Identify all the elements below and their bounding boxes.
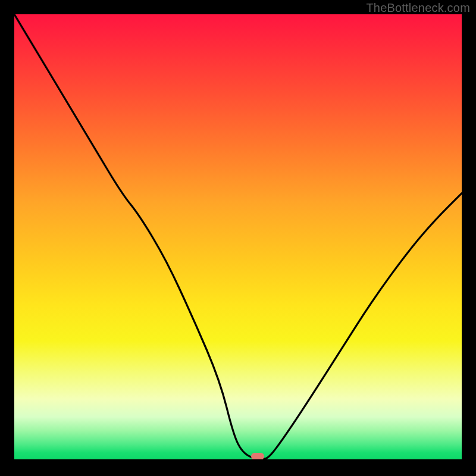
plot-baseline <box>14 459 462 462</box>
curve-path <box>14 14 462 459</box>
gradient-plot-area <box>14 14 462 462</box>
watermark-text: TheBottleneck.com <box>366 1 470 15</box>
chart-stage: TheBottleneck.com <box>0 0 476 476</box>
bottleneck-curve <box>14 14 462 462</box>
